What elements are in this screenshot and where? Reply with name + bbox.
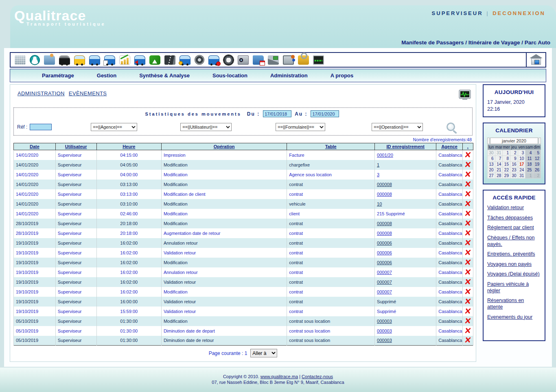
- calendar-day-cell[interactable]: 11: [525, 156, 533, 162]
- quick-link-t-ches-d-ppass-es[interactable]: Tâches déppassées: [487, 215, 541, 221]
- record-id-link[interactable]: 0001/20: [377, 153, 393, 158]
- events-monitor-icon[interactable]: [459, 90, 471, 102]
- delete-icon[interactable]: [464, 181, 471, 187]
- calendar-day-cell[interactable]: 30: [510, 173, 518, 179]
- calendar-day-cell[interactable]: 10: [518, 156, 525, 162]
- filter-select-1[interactable]: ==||Utilisateur||==: [180, 123, 232, 131]
- calendar-day-cell[interactable]: 20: [488, 167, 495, 173]
- column-header-label[interactable]: Agence: [441, 144, 457, 149]
- date-to-input[interactable]: [311, 110, 339, 117]
- site-link[interactable]: www.qualitrace.ma: [260, 374, 298, 379]
- menu-item-sous-location[interactable]: Sous-location: [212, 72, 247, 79]
- logout-link[interactable]: DECONNEXION: [493, 10, 545, 16]
- record-id-link[interactable]: 000007: [377, 270, 392, 275]
- delete-icon[interactable]: [464, 259, 471, 265]
- planning-folder-icon[interactable]: [253, 55, 264, 65]
- filter-select-0[interactable]: ==||Agence|==: [91, 123, 137, 131]
- menu-item-synth-se-analyse[interactable]: Synthèse & Analyse: [139, 72, 190, 79]
- record-id-link[interactable]: 000003: [377, 328, 392, 333]
- menu-item-gestion[interactable]: Gestion: [97, 72, 116, 79]
- column-header-label[interactable]: ID enregistrement: [386, 144, 425, 149]
- calendar-day-cell[interactable]: 23: [510, 167, 518, 173]
- activity-monitor-icon[interactable]: [313, 55, 324, 65]
- delete-icon[interactable]: [464, 288, 471, 295]
- column-header-label[interactable]: .: [467, 144, 468, 149]
- calendar-day-cell[interactable]: 4: [525, 150, 533, 156]
- calendar-day-cell[interactable]: 14: [495, 162, 503, 167]
- bus-yellow-icon[interactable]: [74, 55, 85, 65]
- quick-link-validation-retour[interactable]: Validation retour: [487, 205, 541, 211]
- calendar-day-cell[interactable]: 31: [495, 150, 503, 156]
- quick-link-r-glement-par-client[interactable]: Réglement par client: [487, 225, 541, 231]
- calendar-day-cell[interactable]: 13: [488, 162, 495, 167]
- ref-input[interactable]: [30, 124, 52, 130]
- quick-link-entretiens-pr-ventifs[interactable]: Entretiens. préventifs: [487, 251, 541, 258]
- record-id-link[interactable]: 000006: [377, 260, 392, 265]
- minibus-icon[interactable]: [59, 55, 70, 65]
- delete-icon[interactable]: [464, 269, 471, 275]
- record-id-link[interactable]: 000006: [377, 250, 392, 255]
- record-id-link[interactable]: 000008: [377, 221, 392, 226]
- column-header-label[interactable]: Utilisateur: [65, 144, 87, 149]
- calendar-day-cell[interactable]: 27: [488, 173, 495, 179]
- quick-link-papiers-v-hicule-r-gler[interactable]: Papiers véhicule à régler: [487, 281, 541, 294]
- calendar-day-cell[interactable]: 28: [495, 173, 503, 179]
- delete-icon[interactable]: [464, 220, 471, 226]
- bus-blue-icon[interactable]: [89, 55, 100, 65]
- payment-icon[interactable]: [268, 55, 279, 65]
- tachograph-icon[interactable]: [223, 55, 234, 65]
- calendar-prev-button[interactable]: [487, 138, 490, 144]
- calendar-day-cell[interactable]: 9: [510, 156, 518, 162]
- calendar-day-cell[interactable]: 29: [503, 173, 510, 179]
- calendar-day-cell[interactable]: 15: [503, 162, 510, 167]
- camera-icon[interactable]: [238, 55, 249, 65]
- record-id-link[interactable]: 1: [377, 162, 379, 167]
- quick-link-voyages-delai-puis[interactable]: Voyages (Delai épuisé): [487, 271, 541, 278]
- delete-icon[interactable]: [464, 210, 471, 217]
- header-nav-links[interactable]: Manifeste de Passagers / Itinéraire de V…: [401, 39, 550, 46]
- calendar-day-cell[interactable]: 6: [488, 156, 495, 162]
- calendar-day-cell[interactable]: 1: [525, 173, 533, 179]
- record-id-link[interactable]: 10: [377, 201, 382, 206]
- road-icon[interactable]: [164, 55, 175, 65]
- quick-link-evenements-du-jour[interactable]: Evenements du jour: [487, 314, 541, 321]
- security-lock-icon[interactable]: [298, 55, 309, 65]
- bus-transfer-icon[interactable]: [179, 55, 190, 65]
- bus-alert-icon[interactable]: [208, 55, 219, 65]
- calendar-day-cell[interactable]: 31: [518, 173, 525, 179]
- delete-icon[interactable]: [464, 318, 471, 324]
- record-id-link[interactable]: 000008: [377, 231, 392, 236]
- quick-link-r-servations-en-attente[interactable]: Réservations en attente: [487, 298, 541, 310]
- bus-reservation-icon[interactable]: [104, 55, 115, 65]
- calendar-day-cell[interactable]: 3: [518, 150, 525, 156]
- user-role-link[interactable]: SUPERVISEUR: [432, 10, 483, 16]
- wheel-repair-icon[interactable]: [195, 55, 204, 65]
- contact-link[interactable]: Contactez-nous: [302, 374, 333, 379]
- delete-icon[interactable]: [464, 308, 471, 314]
- calendar-day-cell[interactable]: 30: [488, 150, 495, 156]
- calendar-day-cell[interactable]: 7: [495, 156, 503, 162]
- record-id-link[interactable]: 000007: [377, 280, 392, 285]
- calendar-day-cell[interactable]: 22: [503, 167, 510, 173]
- home-button[interactable]: [526, 53, 545, 67]
- calendar-day-cell[interactable]: 5: [533, 150, 541, 156]
- calendar-day-cell[interactable]: 26: [533, 167, 541, 173]
- delete-icon[interactable]: [464, 171, 471, 177]
- calendar-today-cell[interactable]: 17: [518, 162, 525, 167]
- user-account-icon[interactable]: [30, 55, 40, 65]
- filter-select-2[interactable]: ==||Formulaire||==: [276, 123, 325, 131]
- calendar-day-cell[interactable]: 24: [518, 167, 525, 173]
- breadcrumb-link-administration[interactable]: ADMINISTRATION: [18, 90, 65, 96]
- calendar-day-cell[interactable]: 12: [533, 156, 541, 162]
- bus-return-icon[interactable]: [134, 55, 145, 65]
- calendar-day-cell[interactable]: 2: [533, 173, 541, 179]
- menu-item-administration[interactable]: Administration: [270, 72, 308, 79]
- client-folder-icon[interactable]: [44, 55, 55, 65]
- delete-icon[interactable]: [464, 151, 471, 158]
- filter-select-3[interactable]: ==||Operation||==: [372, 123, 423, 131]
- column-header-label[interactable]: Heure: [123, 144, 135, 149]
- record-id-link[interactable]: 000007: [377, 289, 392, 294]
- record-id-link[interactable]: 000008: [377, 192, 392, 197]
- column-header-label[interactable]: Date: [30, 144, 39, 149]
- calendar-day-cell[interactable]: 1: [503, 150, 510, 156]
